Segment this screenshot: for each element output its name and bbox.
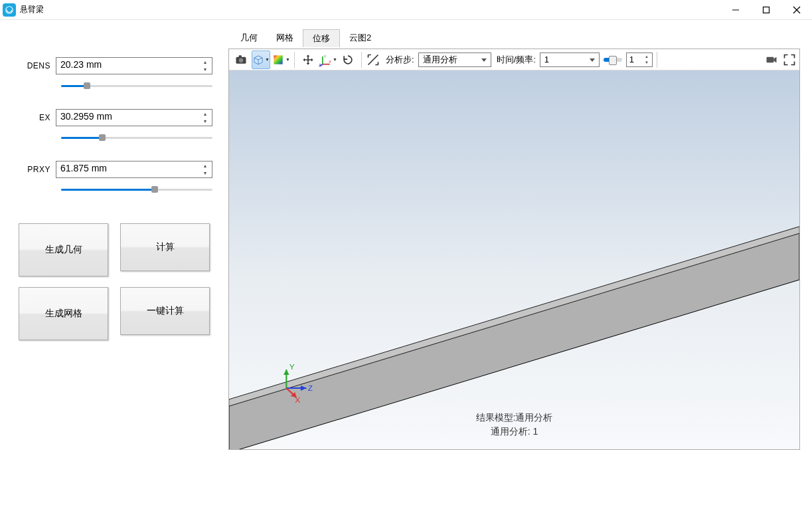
spin-buttons[interactable]: ▲▼	[199, 162, 211, 177]
app-icon	[3, 3, 16, 17]
calculate-button[interactable]: 计算	[120, 223, 210, 271]
caption-line-2: 通用分析: 1	[229, 425, 799, 439]
param-label-dens: DENS	[16, 61, 56, 70]
svg-marker-20	[284, 369, 289, 375]
slider-dens[interactable]	[61, 81, 212, 90]
tabs: 几何 网格 位移 云图2	[231, 29, 800, 47]
axis-orient-icon[interactable]: YXZ ▼	[319, 51, 337, 69]
time-label: 时间/频率:	[497, 54, 536, 66]
fullscreen-icon[interactable]	[782, 51, 797, 69]
record-icon[interactable]	[762, 51, 781, 69]
tab-displacement[interactable]: 位移	[303, 29, 340, 47]
slider-ex[interactable]	[61, 133, 212, 142]
maximize-button[interactable]	[751, 0, 781, 20]
param-value-ex: 30.2959 mm	[60, 111, 112, 122]
step-label: 分析步:	[386, 54, 414, 66]
tab-geometry[interactable]: 几何	[231, 29, 267, 47]
color-legend-icon[interactable]: ▼	[272, 51, 290, 69]
window-title: 悬臂梁	[20, 4, 44, 15]
svg-text:Z: Z	[319, 63, 321, 66]
minimize-button[interactable]	[720, 0, 751, 20]
axis-z-label: Z	[308, 384, 313, 392]
param-label-prxy: PRXY	[16, 165, 56, 174]
time-select[interactable]: 1	[540, 52, 600, 67]
sidebar: DENS 20.23 mm ▲▼ EX 30.2959 mm ▲▼ PRXY	[0, 20, 228, 525]
param-input-dens[interactable]: 20.23 mm ▲▼	[56, 57, 212, 74]
time-slider[interactable]	[604, 58, 622, 62]
param-value-prxy: 61.875 mm	[60, 163, 107, 173]
camera-icon[interactable]	[232, 51, 250, 69]
viewer-caption: 结果模型:通用分析 通用分析: 1	[229, 411, 799, 439]
pan-icon[interactable]	[299, 51, 317, 69]
spin-buttons[interactable]: ▲▼	[199, 58, 211, 73]
frame-stepper[interactable]: 1 ▲▼	[626, 52, 653, 67]
scale-icon[interactable]	[366, 51, 380, 69]
content-area: 几何 网格 位移 云图2 ▼ ▼	[228, 20, 812, 525]
svg-point-6	[239, 58, 244, 62]
tab-mesh[interactable]: 网格	[267, 29, 303, 47]
param-input-ex[interactable]: 30.2959 mm ▲▼	[56, 109, 212, 126]
spin-buttons[interactable]: ▲▼	[199, 110, 211, 125]
cube-view-icon[interactable]: ▼	[252, 51, 270, 69]
svg-rect-8	[274, 55, 282, 64]
generate-geometry-button[interactable]: 生成几何	[19, 223, 108, 276]
titlebar: 悬臂梁	[0, 0, 812, 20]
viewport-3d[interactable]: Y Z X 结果模型:通用分析 通用分析: 1	[229, 70, 799, 449]
slider-prxy[interactable]	[61, 185, 212, 194]
param-label-ex: EX	[16, 113, 56, 122]
one-click-calc-button[interactable]: 一键计算	[120, 287, 210, 335]
svg-rect-2	[764, 7, 770, 13]
close-button[interactable]	[781, 0, 812, 20]
axis-x-label: X	[295, 396, 300, 404]
step-select[interactable]: 通用分析	[418, 52, 491, 67]
rotate-icon[interactable]	[339, 51, 357, 69]
svg-rect-7	[239, 55, 242, 57]
svg-marker-18	[229, 227, 799, 406]
svg-text:X: X	[329, 60, 331, 64]
generate-mesh-button[interactable]: 生成网格	[19, 287, 108, 340]
tab-contour2[interactable]: 云图2	[340, 29, 380, 47]
viewer-toolbar: ▼ ▼ YXZ ▼	[229, 49, 799, 70]
param-value-dens: 20.23 mm	[60, 59, 102, 70]
svg-rect-15	[767, 56, 774, 62]
svg-text:Y: Y	[324, 54, 327, 58]
param-input-prxy[interactable]: 61.875 mm ▲▼	[56, 161, 212, 178]
axis-y-label: Y	[289, 363, 295, 371]
caption-line-1: 结果模型:通用分析	[229, 411, 799, 425]
